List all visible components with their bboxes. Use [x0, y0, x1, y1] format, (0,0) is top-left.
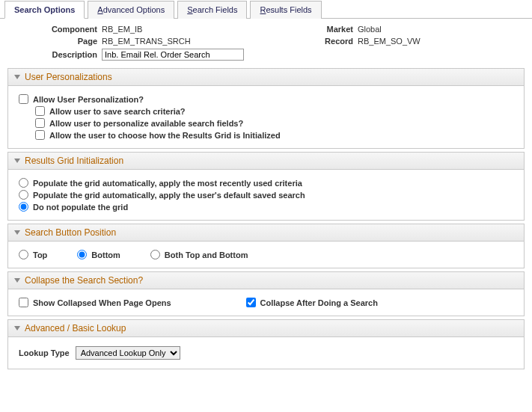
- lookup-type-select[interactable]: Advanced Lookup Only: [76, 346, 180, 360]
- tab-search-fields[interactable]: Search Fields: [177, 1, 247, 19]
- tab-underline-s: S: [187, 5, 192, 14]
- tab-bar: Search Options Advanced Options Search F…: [0, 0, 532, 19]
- personalize-fields-label: Allow user to personalize available sear…: [49, 119, 243, 128]
- page-value: RB_EM_TRANS_SRCH: [102, 37, 296, 46]
- section-header-results-grid[interactable]: Results Grid Initialization: [8, 153, 524, 170]
- section-title: Collapse the Search Section?: [25, 275, 143, 286]
- section-collapse: Collapse the Search Section? Show Collap…: [7, 271, 525, 316]
- section-lookup: Advanced / Basic Lookup Lookup Type Adva…: [7, 319, 525, 369]
- pos-top-radio[interactable]: [19, 250, 28, 259]
- record-value: RB_EM_SO_VW: [358, 37, 507, 46]
- page-label: Page: [7, 37, 97, 46]
- save-criteria-checkbox[interactable]: [35, 106, 45, 116]
- allow-personalization-label: Allow User Personalization?: [33, 95, 144, 104]
- description-label: Description: [7, 50, 97, 59]
- section-results-grid: Results Grid Initialization Populate the…: [7, 152, 525, 221]
- grid-opt3-label: Do not populate the grid: [33, 203, 128, 212]
- section-button-position: Search Button Position Top Bottom Both T…: [7, 224, 525, 268]
- chevron-down-icon: [14, 159, 20, 163]
- chevron-down-icon: [14, 326, 20, 330]
- show-collapsed-checkbox[interactable]: [19, 298, 28, 307]
- allow-personalization-checkbox[interactable]: [19, 94, 28, 104]
- header-grid: Component RB_EM_IB Market Global Page RB…: [0, 19, 532, 65]
- pos-both-label: Both Top and Bottom: [165, 250, 248, 259]
- collapse-after-label: Collapse After Doing a Search: [260, 298, 378, 307]
- section-header-user-personalizations[interactable]: User Personalizations: [8, 69, 524, 86]
- section-title: Search Button Position: [25, 227, 116, 238]
- tab-results-fields[interactable]: Results Fields: [250, 1, 321, 19]
- tab-underline-a: A: [97, 5, 103, 14]
- section-user-personalizations: User Personalizations Allow User Persona…: [7, 68, 525, 149]
- section-title: Advanced / Basic Lookup: [25, 323, 126, 333]
- pos-top-label: Top: [33, 250, 47, 259]
- grid-opt1-radio[interactable]: [19, 178, 28, 188]
- choose-init-checkbox[interactable]: [35, 130, 45, 140]
- grid-opt3-radio[interactable]: [19, 202, 28, 212]
- pos-bottom-label: Bottom: [91, 250, 120, 259]
- grid-opt1-label: Populate the grid automatically, apply t…: [33, 179, 302, 188]
- chevron-down-icon: [14, 230, 20, 235]
- market-label: Market: [301, 25, 353, 34]
- grid-opt2-label: Populate the grid automatically, apply t…: [33, 191, 305, 200]
- save-criteria-label: Allow user to save search criteria?: [49, 107, 186, 116]
- market-value: Global: [358, 25, 507, 34]
- component-label: Component: [7, 25, 97, 34]
- tab-advanced-options[interactable]: Advanced Options: [88, 1, 174, 19]
- section-title: Results Grid Initialization: [25, 156, 123, 166]
- description-input[interactable]: [102, 49, 244, 61]
- chevron-down-icon: [14, 75, 20, 79]
- pos-bottom-radio[interactable]: [77, 250, 87, 259]
- collapse-after-checkbox[interactable]: [246, 298, 256, 307]
- section-header-lookup[interactable]: Advanced / Basic Lookup: [8, 320, 524, 337]
- pos-both-radio[interactable]: [150, 250, 160, 259]
- tab-underline-r: R: [260, 5, 266, 14]
- section-header-button-position[interactable]: Search Button Position: [8, 224, 524, 242]
- tab-search-options[interactable]: Search Options: [4, 1, 85, 19]
- record-label: Record: [301, 37, 353, 46]
- component-value: RB_EM_IB: [102, 25, 296, 34]
- lookup-type-label: Lookup Type: [19, 348, 70, 357]
- section-header-collapse[interactable]: Collapse the Search Section?: [8, 272, 524, 289]
- section-title: User Personalizations: [25, 72, 112, 82]
- show-collapsed-label: Show Collapsed When Page Opens: [33, 298, 171, 307]
- choose-init-label: Allow the user to choose how the Results…: [49, 131, 281, 140]
- personalize-fields-checkbox[interactable]: [35, 118, 45, 128]
- chevron-down-icon: [14, 278, 20, 283]
- grid-opt2-radio[interactable]: [19, 190, 28, 200]
